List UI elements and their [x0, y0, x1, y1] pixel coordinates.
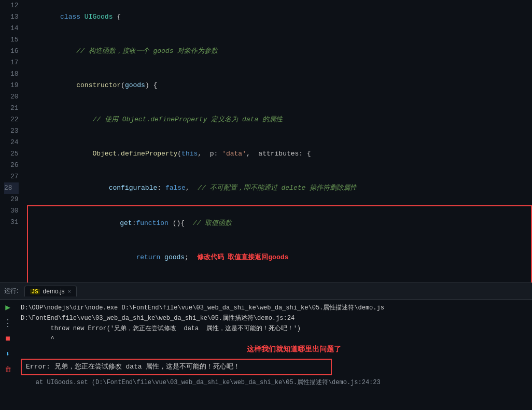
code-line-18: get:function (){ // 取值函数 [30, 206, 529, 241]
code-line-17: configurable: false, // 不可配置，即不能通过 delet… [27, 171, 532, 205]
error-box: Error: 兄弟，您正在尝试修改 data 属性，这是不可能的！死心吧！ [21, 359, 332, 375]
code-line-13: // 构造函数，接收一个 goods 对象作为参数 [27, 34, 532, 68]
line-num: 17 [4, 57, 19, 68]
code-lines: class UIGoods { // 构造函数，接收一个 goods 对象作为参… [25, 0, 532, 282]
line-num: 21 [4, 103, 19, 114]
terminal-line-4: ^ [21, 334, 526, 344]
down-arrow-icon: ⬇ [6, 349, 10, 360]
line-num: 23 [4, 125, 19, 137]
terminal-tabs: 运行: JS demo.js × [0, 283, 532, 300]
icon-col: ▶ ⋮ ■ ⬇ 🗑 [2, 300, 13, 410]
terminal-line-3: throw new Error('兄弟，您正在尝试修改 data 属性，这是不可… [21, 323, 526, 334]
line-num: 15 [4, 34, 19, 46]
line-num: 27 [4, 171, 19, 182]
code-container: 12 13 14 15 16 17 18 19 20 21 22 23 24 2… [0, 0, 532, 282]
terminal-run-label: 运行: [4, 287, 18, 295]
line-num: 24 [4, 137, 19, 148]
line-num: 12 [4, 0, 19, 11]
terminal-content: ▶ ⋮ ■ ⬇ 🗑 D:\OOP\nodejs\dir\node.exe D:\… [0, 300, 532, 410]
terminal-area: 运行: JS demo.js × ▶ ⋮ ■ ⬇ 🗑 D:\OOP\nodejs… [0, 282, 532, 410]
code-line-16: Object.defineProperty(this, p: 'data', a… [27, 137, 532, 171]
trash-icon[interactable]: 🗑 [5, 365, 11, 375]
error-box-wrapper: Error: 兄弟，您正在尝试修改 data 属性，这是不可能的！死心吧！ [21, 357, 526, 377]
line-num: 14 [4, 23, 19, 34]
run-icon[interactable]: ▶ [5, 303, 10, 313]
dots-icon[interactable]: ⋮ [3, 318, 12, 329]
close-icon[interactable]: × [68, 288, 71, 294]
code-line-20: }, [30, 275, 529, 282]
line-num: 30 [4, 205, 19, 217]
line-num: 16 [4, 46, 19, 57]
editor-area: 12 13 14 15 16 17 18 19 20 21 22 23 24 2… [0, 0, 532, 282]
line-num: 26 [4, 160, 19, 171]
line-num: 20 [4, 91, 19, 103]
terminal-line-2: D:\FontEnd\file\vue\03_web_da_shi_ke\web… [21, 313, 526, 323]
line-num: 18 [4, 68, 19, 80]
line-numbers: 12 13 14 15 16 17 18 19 20 21 22 23 24 2… [0, 0, 25, 282]
error-text: Error: 兄弟，您正在尝试修改 data 属性，这是不可能的！死心吧！ [26, 363, 240, 371]
line-num: 19 [4, 80, 19, 91]
boxed-section: get:function (){ // 取值函数 return goods; 修… [27, 205, 532, 282]
stop-icon[interactable]: ■ [5, 334, 10, 344]
line-num: 13 [4, 11, 19, 23]
terminal-stack-line: at UIGoods.set (D:\FontEnd\file\vue\03_w… [21, 377, 526, 388]
code-line-12: class UIGoods { [27, 0, 532, 34]
line-num: 25 [4, 148, 19, 160]
line-num: 22 [4, 114, 19, 125]
code-line-19: return goods; 修改代码 取值直接返回goods [30, 241, 529, 275]
line-num: 29 [4, 194, 19, 205]
code-line-15: // 使用 Object.defineProperty 定义名为 data 的属… [27, 103, 532, 137]
code-line-14: constructor(goods) { [27, 68, 532, 103]
line-num: 31 [4, 217, 19, 228]
line-num: 28 [4, 182, 19, 194]
js-icon: JS [30, 289, 39, 294]
terminal-body: D:\OOP\nodejs\dir\node.exe D:\FontEnd\fi… [21, 303, 526, 388]
terminal-annotation: 这样我们就知道哪里出问题了 [62, 344, 526, 355]
terminal-line-1: D:\OOP\nodejs\dir\node.exe D:\FontEnd\fi… [21, 303, 526, 313]
terminal-tab-filename: demo.js [43, 288, 65, 295]
terminal-tab[interactable]: JS demo.js × [24, 286, 77, 296]
